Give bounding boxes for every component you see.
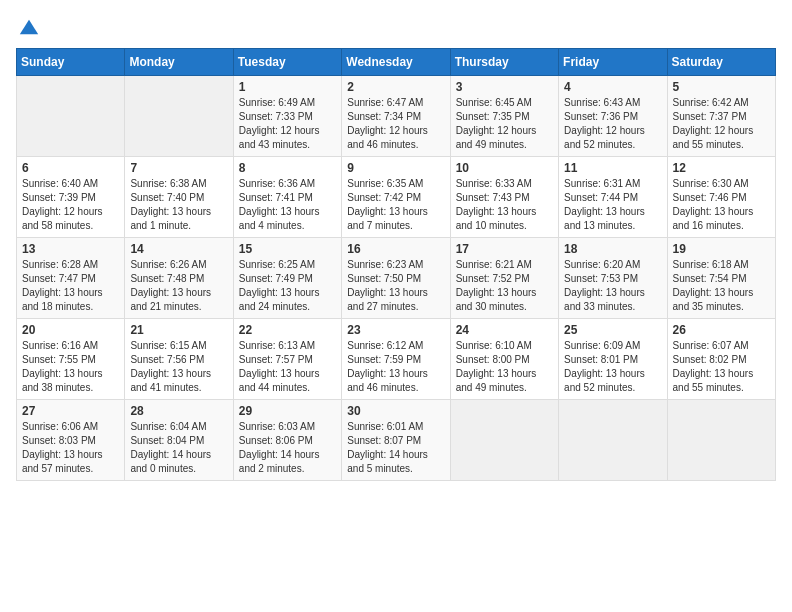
week-row-5: 27Sunrise: 6:06 AMSunset: 8:03 PMDayligh… xyxy=(17,400,776,481)
calendar-cell: 17Sunrise: 6:21 AMSunset: 7:52 PMDayligh… xyxy=(450,238,558,319)
calendar-cell: 27Sunrise: 6:06 AMSunset: 8:03 PMDayligh… xyxy=(17,400,125,481)
day-number: 4 xyxy=(564,80,661,94)
calendar-cell xyxy=(17,76,125,157)
day-info: Sunrise: 6:10 AMSunset: 8:00 PMDaylight:… xyxy=(456,339,553,395)
calendar-cell: 19Sunrise: 6:18 AMSunset: 7:54 PMDayligh… xyxy=(667,238,775,319)
day-info: Sunrise: 6:25 AMSunset: 7:49 PMDaylight:… xyxy=(239,258,336,314)
day-header-sunday: Sunday xyxy=(17,49,125,76)
calendar-cell: 30Sunrise: 6:01 AMSunset: 8:07 PMDayligh… xyxy=(342,400,450,481)
calendar-cell: 12Sunrise: 6:30 AMSunset: 7:46 PMDayligh… xyxy=(667,157,775,238)
day-number: 13 xyxy=(22,242,119,256)
day-info: Sunrise: 6:04 AMSunset: 8:04 PMDaylight:… xyxy=(130,420,227,476)
day-number: 15 xyxy=(239,242,336,256)
day-header-tuesday: Tuesday xyxy=(233,49,341,76)
week-row-3: 13Sunrise: 6:28 AMSunset: 7:47 PMDayligh… xyxy=(17,238,776,319)
day-header-thursday: Thursday xyxy=(450,49,558,76)
day-header-saturday: Saturday xyxy=(667,49,775,76)
day-number: 26 xyxy=(673,323,770,337)
calendar-cell: 10Sunrise: 6:33 AMSunset: 7:43 PMDayligh… xyxy=(450,157,558,238)
calendar-cell: 29Sunrise: 6:03 AMSunset: 8:06 PMDayligh… xyxy=(233,400,341,481)
calendar-cell: 14Sunrise: 6:26 AMSunset: 7:48 PMDayligh… xyxy=(125,238,233,319)
calendar-cell: 15Sunrise: 6:25 AMSunset: 7:49 PMDayligh… xyxy=(233,238,341,319)
calendar-cell xyxy=(125,76,233,157)
logo-icon xyxy=(18,16,40,38)
day-number: 18 xyxy=(564,242,661,256)
calendar-cell: 28Sunrise: 6:04 AMSunset: 8:04 PMDayligh… xyxy=(125,400,233,481)
day-info: Sunrise: 6:43 AMSunset: 7:36 PMDaylight:… xyxy=(564,96,661,152)
day-info: Sunrise: 6:18 AMSunset: 7:54 PMDaylight:… xyxy=(673,258,770,314)
day-number: 30 xyxy=(347,404,444,418)
day-header-wednesday: Wednesday xyxy=(342,49,450,76)
calendar-cell: 8Sunrise: 6:36 AMSunset: 7:41 PMDaylight… xyxy=(233,157,341,238)
day-number: 22 xyxy=(239,323,336,337)
week-row-1: 1Sunrise: 6:49 AMSunset: 7:33 PMDaylight… xyxy=(17,76,776,157)
calendar-cell: 9Sunrise: 6:35 AMSunset: 7:42 PMDaylight… xyxy=(342,157,450,238)
day-number: 27 xyxy=(22,404,119,418)
svg-marker-0 xyxy=(20,20,38,35)
day-info: Sunrise: 6:38 AMSunset: 7:40 PMDaylight:… xyxy=(130,177,227,233)
day-number: 11 xyxy=(564,161,661,175)
calendar-cell: 16Sunrise: 6:23 AMSunset: 7:50 PMDayligh… xyxy=(342,238,450,319)
calendar-cell: 24Sunrise: 6:10 AMSunset: 8:00 PMDayligh… xyxy=(450,319,558,400)
day-number: 7 xyxy=(130,161,227,175)
day-number: 3 xyxy=(456,80,553,94)
day-info: Sunrise: 6:09 AMSunset: 8:01 PMDaylight:… xyxy=(564,339,661,395)
day-number: 24 xyxy=(456,323,553,337)
calendar-cell: 5Sunrise: 6:42 AMSunset: 7:37 PMDaylight… xyxy=(667,76,775,157)
day-number: 17 xyxy=(456,242,553,256)
day-info: Sunrise: 6:07 AMSunset: 8:02 PMDaylight:… xyxy=(673,339,770,395)
day-number: 25 xyxy=(564,323,661,337)
day-number: 20 xyxy=(22,323,119,337)
day-info: Sunrise: 6:33 AMSunset: 7:43 PMDaylight:… xyxy=(456,177,553,233)
day-number: 19 xyxy=(673,242,770,256)
week-row-4: 20Sunrise: 6:16 AMSunset: 7:55 PMDayligh… xyxy=(17,319,776,400)
day-info: Sunrise: 6:23 AMSunset: 7:50 PMDaylight:… xyxy=(347,258,444,314)
day-number: 21 xyxy=(130,323,227,337)
calendar-cell: 21Sunrise: 6:15 AMSunset: 7:56 PMDayligh… xyxy=(125,319,233,400)
day-info: Sunrise: 6:15 AMSunset: 7:56 PMDaylight:… xyxy=(130,339,227,395)
day-info: Sunrise: 6:16 AMSunset: 7:55 PMDaylight:… xyxy=(22,339,119,395)
calendar-table: SundayMondayTuesdayWednesdayThursdayFrid… xyxy=(16,48,776,481)
calendar-cell: 4Sunrise: 6:43 AMSunset: 7:36 PMDaylight… xyxy=(559,76,667,157)
day-number: 2 xyxy=(347,80,444,94)
day-number: 12 xyxy=(673,161,770,175)
day-info: Sunrise: 6:01 AMSunset: 8:07 PMDaylight:… xyxy=(347,420,444,476)
calendar-cell: 11Sunrise: 6:31 AMSunset: 7:44 PMDayligh… xyxy=(559,157,667,238)
day-info: Sunrise: 6:35 AMSunset: 7:42 PMDaylight:… xyxy=(347,177,444,233)
calendar-cell: 20Sunrise: 6:16 AMSunset: 7:55 PMDayligh… xyxy=(17,319,125,400)
calendar-cell: 3Sunrise: 6:45 AMSunset: 7:35 PMDaylight… xyxy=(450,76,558,157)
calendar-cell: 6Sunrise: 6:40 AMSunset: 7:39 PMDaylight… xyxy=(17,157,125,238)
week-row-2: 6Sunrise: 6:40 AMSunset: 7:39 PMDaylight… xyxy=(17,157,776,238)
calendar-cell: 23Sunrise: 6:12 AMSunset: 7:59 PMDayligh… xyxy=(342,319,450,400)
day-number: 16 xyxy=(347,242,444,256)
day-info: Sunrise: 6:49 AMSunset: 7:33 PMDaylight:… xyxy=(239,96,336,152)
calendar-cell: 2Sunrise: 6:47 AMSunset: 7:34 PMDaylight… xyxy=(342,76,450,157)
calendar-cell: 18Sunrise: 6:20 AMSunset: 7:53 PMDayligh… xyxy=(559,238,667,319)
day-info: Sunrise: 6:36 AMSunset: 7:41 PMDaylight:… xyxy=(239,177,336,233)
day-info: Sunrise: 6:40 AMSunset: 7:39 PMDaylight:… xyxy=(22,177,119,233)
day-number: 23 xyxy=(347,323,444,337)
day-info: Sunrise: 6:20 AMSunset: 7:53 PMDaylight:… xyxy=(564,258,661,314)
calendar-cell xyxy=(450,400,558,481)
calendar-cell: 26Sunrise: 6:07 AMSunset: 8:02 PMDayligh… xyxy=(667,319,775,400)
day-info: Sunrise: 6:12 AMSunset: 7:59 PMDaylight:… xyxy=(347,339,444,395)
day-number: 6 xyxy=(22,161,119,175)
day-info: Sunrise: 6:47 AMSunset: 7:34 PMDaylight:… xyxy=(347,96,444,152)
day-info: Sunrise: 6:03 AMSunset: 8:06 PMDaylight:… xyxy=(239,420,336,476)
day-header-friday: Friday xyxy=(559,49,667,76)
calendar-cell xyxy=(667,400,775,481)
day-info: Sunrise: 6:06 AMSunset: 8:03 PMDaylight:… xyxy=(22,420,119,476)
calendar-cell: 13Sunrise: 6:28 AMSunset: 7:47 PMDayligh… xyxy=(17,238,125,319)
day-info: Sunrise: 6:28 AMSunset: 7:47 PMDaylight:… xyxy=(22,258,119,314)
day-info: Sunrise: 6:45 AMSunset: 7:35 PMDaylight:… xyxy=(456,96,553,152)
day-number: 1 xyxy=(239,80,336,94)
day-header-monday: Monday xyxy=(125,49,233,76)
calendar-cell: 25Sunrise: 6:09 AMSunset: 8:01 PMDayligh… xyxy=(559,319,667,400)
logo xyxy=(16,16,40,38)
day-number: 9 xyxy=(347,161,444,175)
calendar-header-row: SundayMondayTuesdayWednesdayThursdayFrid… xyxy=(17,49,776,76)
day-number: 10 xyxy=(456,161,553,175)
calendar-cell: 22Sunrise: 6:13 AMSunset: 7:57 PMDayligh… xyxy=(233,319,341,400)
day-info: Sunrise: 6:42 AMSunset: 7:37 PMDaylight:… xyxy=(673,96,770,152)
page-header xyxy=(16,16,776,38)
